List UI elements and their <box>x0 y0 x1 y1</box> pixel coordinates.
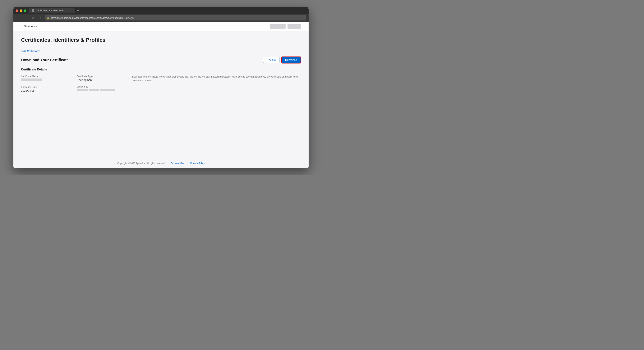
breadcrumb[interactable]: < All Certificates <box>21 49 301 53</box>
tab-title: Certificates, Identifiers & Profiles <box>36 9 67 12</box>
header-actions <box>270 24 301 29</box>
created-by-redacted-2 <box>89 89 99 91</box>
cert-note-column: Download your certificate to your Mac, t… <box>132 75 301 82</box>
title-bar: Certificates, Identifiers & Profiles × +… <box>14 7 308 14</box>
footer-copyright: Copyright © 2020 Apple Inc. All rights r… <box>117 162 204 165</box>
page-title: Certificates, Identifiers & Profiles <box>21 37 301 46</box>
section-header: Download Your Certificate Revoke Downloa… <box>21 57 301 63</box>
header-nav-pill-1 <box>270 24 286 29</box>
privacy-policy-link[interactable]: Privacy Policy <box>190 162 205 165</box>
cert-name-field: Certificate Name <box>21 75 69 82</box>
site-header:  Developer <box>14 22 308 31</box>
lock-icon: 🔒 <box>47 17 50 19</box>
refresh-button[interactable]: ↺ <box>30 15 36 20</box>
active-tab[interactable]: Certificates, Identifiers & Profiles × <box>28 8 74 13</box>
apple-icon:  <box>21 24 22 28</box>
terms-of-use-link[interactable]: Terms of Use <box>170 162 184 165</box>
tab-close-button[interactable]: × <box>69 9 72 12</box>
window-controls <box>16 9 26 12</box>
all-certificates-link[interactable]: < All Certificates <box>21 50 40 53</box>
back-button[interactable]: ← <box>16 15 21 20</box>
header-nav-pill-2 <box>288 24 301 29</box>
minimize-window-button[interactable] <box>20 9 22 12</box>
cert-details-column-1: Certificate Name Expiration Date 2021/04… <box>21 75 69 92</box>
cert-details-column-2: Certificate Type Development Created By <box>77 75 124 91</box>
nav-bar: ← → ↺ ⌂ 🔒 developer.apple.com/account/re… <box>14 14 308 22</box>
apple-developer-logo:  Developer <box>21 24 37 28</box>
created-by-value <box>77 89 124 91</box>
action-buttons: Revoke Download <box>263 57 301 63</box>
cert-type-value: Development <box>77 78 124 81</box>
created-by-redacted-3 <box>100 89 116 91</box>
created-by-field: Created By <box>77 85 124 91</box>
cert-details-title: Certificate Details <box>21 68 301 71</box>
home-button[interactable]: ⌂ <box>38 15 43 20</box>
footer-divider-2: | <box>186 162 188 165</box>
cert-type-label: Certificate Type <box>77 75 124 78</box>
page-content:  Developer Certificates, Identifiers & … <box>14 22 308 168</box>
expiry-label: Expiration Date <box>21 86 69 88</box>
tab-bar: Certificates, Identifiers & Profiles × + <box>28 8 300 13</box>
url-text: developer.apple.com/account/resources/ce… <box>50 16 134 19</box>
download-button[interactable]: Download <box>281 57 301 63</box>
revoke-button[interactable]: Revoke <box>263 57 279 63</box>
cert-name-label: Certificate Name <box>21 75 69 78</box>
address-bar[interactable]: 🔒 developer.apple.com/account/resources/… <box>45 15 306 20</box>
created-by-redacted-1 <box>77 89 88 91</box>
footer-divider-1 <box>168 162 168 165</box>
browser-window: Certificates, Identifiers & Profiles × +… <box>14 7 308 168</box>
section-title: Download Your Certificate <box>21 58 68 62</box>
copyright-text: Copyright © 2020 Apple Inc. All rights r… <box>117 162 166 165</box>
maximize-window-button[interactable] <box>24 9 26 12</box>
page-footer: Copyright © 2020 Apple Inc. All rights r… <box>14 158 308 168</box>
forward-button[interactable]: → <box>23 15 28 20</box>
created-by-label: Created By <box>77 85 124 88</box>
cert-details-grid: Certificate Name Expiration Date 2021/04… <box>21 75 301 92</box>
expiry-field: Expiration Date 2021/04/08 <box>21 86 69 92</box>
browser-menu-button[interactable]: ⋮ <box>300 8 306 13</box>
cert-note: Download your certificate to your Mac, t… <box>132 75 301 82</box>
new-tab-button[interactable]: + <box>75 8 81 13</box>
main-content: Certificates, Identifiers & Profiles < A… <box>14 31 308 158</box>
expiry-value: 2021/04/08 <box>21 89 69 92</box>
cert-name-value-redacted <box>21 78 42 81</box>
close-window-button[interactable] <box>16 9 18 12</box>
developer-label: Developer <box>24 24 37 28</box>
cert-type-field: Certificate Type Development <box>77 75 124 81</box>
tab-favicon <box>32 9 34 12</box>
